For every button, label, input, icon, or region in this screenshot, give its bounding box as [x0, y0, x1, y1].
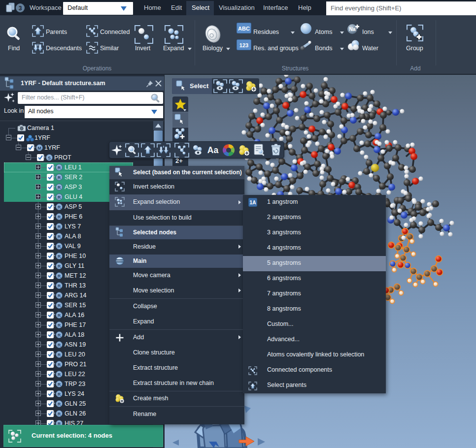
svg-text:M: M [37, 146, 41, 151]
svg-text:ABC: ABC [238, 26, 250, 32]
svg-text:R: R [58, 244, 61, 249]
svg-text:R: R [58, 224, 61, 229]
svg-text:R: R [58, 234, 61, 239]
svg-text:1A: 1A [250, 200, 256, 205]
svg-text:R: R [58, 352, 61, 357]
svg-text:R: R [58, 412, 61, 416]
svg-text:R: R [58, 382, 61, 387]
svg-text:R: R [58, 343, 61, 348]
svg-text:R: R [58, 372, 61, 377]
svg-text:R: R [58, 274, 61, 279]
svg-text:R: R [58, 293, 61, 298]
svg-text:R: R [58, 284, 61, 288]
svg-text:R: R [58, 165, 61, 170]
svg-text:R: R [58, 333, 61, 338]
svg-text:R: R [58, 195, 61, 200]
svg-text:R: R [58, 215, 61, 220]
svg-text:3: 3 [19, 5, 22, 12]
svg-text:Na: Na [349, 26, 356, 32]
svg-text:123: 123 [239, 42, 248, 48]
svg-text:R: R [58, 185, 61, 190]
svg-text:R: R [58, 175, 61, 180]
svg-text:R: R [58, 323, 61, 328]
svg-text:R: R [58, 402, 61, 407]
svg-text:R: R [58, 362, 61, 367]
svg-text:R: R [58, 392, 61, 397]
svg-text:S: S [48, 156, 51, 160]
svg-text:R: R [58, 254, 61, 259]
svg-text:R: R [58, 264, 61, 269]
svg-text:R: R [58, 313, 61, 318]
svg-text:R: R [58, 205, 61, 210]
svg-text:Aa: Aa [207, 145, 219, 155]
svg-text:R: R [58, 303, 61, 308]
